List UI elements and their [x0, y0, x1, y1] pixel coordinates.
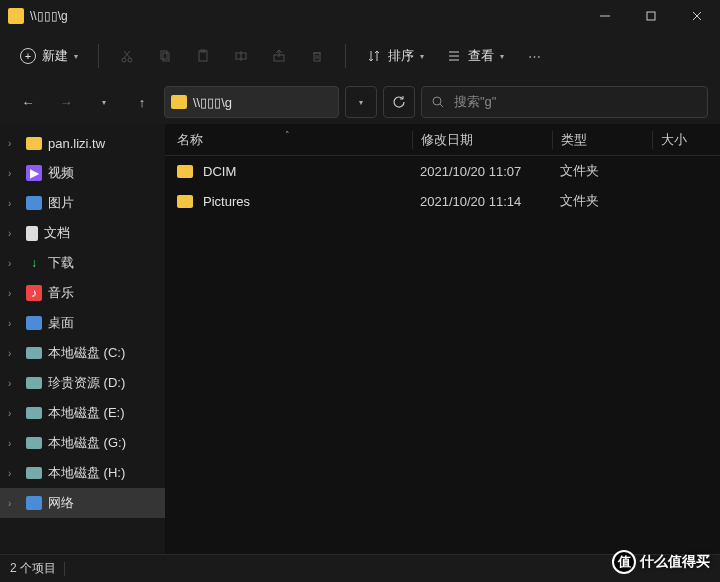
svg-point-25 — [433, 97, 441, 105]
chevron-icon: › — [8, 408, 20, 419]
svg-rect-1 — [647, 12, 655, 20]
recent-button[interactable]: ▾ — [88, 86, 120, 118]
view-button[interactable]: 查看 ▾ — [436, 41, 514, 71]
forward-button[interactable]: → — [50, 86, 82, 118]
back-button[interactable]: ← — [12, 86, 44, 118]
window-controls — [582, 0, 720, 32]
chevron-down-icon: ▾ — [102, 98, 106, 107]
folder-icon — [8, 8, 24, 24]
sidebar-item-label: 下载 — [48, 254, 74, 272]
sidebar-item-videos[interactable]: ›▶视频 — [0, 158, 165, 188]
svg-rect-8 — [161, 51, 167, 59]
file-type: 文件夹 — [552, 162, 652, 180]
file-name: Pictures — [203, 194, 250, 209]
sort-label: 排序 — [388, 47, 414, 65]
sidebar-item-downloads[interactable]: ›↓下载 — [0, 248, 165, 278]
sidebar-item-label: 本地磁盘 (G:) — [48, 434, 126, 452]
watermark-text: 什么值得买 — [640, 553, 710, 571]
chevron-icon: › — [8, 348, 20, 359]
address-bar[interactable]: \\▯▯▯\g — [164, 86, 339, 118]
sidebar-item-label: 视频 — [48, 164, 74, 182]
up-button[interactable]: ↑ — [126, 86, 158, 118]
sidebar-item-disk-h[interactable]: ›本地磁盘 (H:) — [0, 458, 165, 488]
search-icon — [430, 94, 446, 110]
close-button[interactable] — [674, 0, 720, 32]
divider — [98, 44, 99, 68]
video-icon: ▶ — [26, 165, 42, 181]
column-type[interactable]: 类型 — [552, 131, 652, 149]
sort-indicator-icon: ˄ — [285, 130, 290, 140]
titlebar: \\▯▯▯\g — [0, 0, 720, 32]
minimize-button[interactable] — [582, 0, 628, 32]
sidebar-item-disk-e[interactable]: ›本地磁盘 (E:) — [0, 398, 165, 428]
svg-line-26 — [440, 104, 443, 107]
sidebar-item-music[interactable]: ›♪音乐 — [0, 278, 165, 308]
delete-button[interactable] — [299, 38, 335, 74]
folder-icon — [171, 95, 187, 109]
sidebar-item-pan[interactable]: ›pan.lizi.tw — [0, 128, 165, 158]
chevron-icon: › — [8, 228, 20, 239]
chevron-icon: › — [8, 318, 20, 329]
column-name[interactable]: 名称 — [177, 131, 412, 149]
watermark: 值 什么值得买 — [612, 550, 710, 574]
view-label: 查看 — [468, 47, 494, 65]
divider — [64, 562, 65, 576]
sidebar-item-label: 音乐 — [48, 284, 74, 302]
sidebar-item-network[interactable]: ›网络 — [0, 488, 165, 518]
refresh-icon — [391, 94, 407, 110]
search-input[interactable]: 搜索"g" — [421, 86, 708, 118]
file-name: DCIM — [203, 164, 236, 179]
file-date: 2021/10/20 11:14 — [412, 194, 552, 209]
watermark-badge: 值 — [612, 550, 636, 574]
sidebar-item-label: 本地磁盘 (C:) — [48, 344, 125, 362]
file-list: 名称 ˄ 修改日期 类型 大小 DCIM 2021/10/20 11:07 文件… — [165, 124, 720, 554]
sidebar-item-pictures[interactable]: ›图片 — [0, 188, 165, 218]
share-button[interactable] — [261, 38, 297, 74]
paste-button[interactable] — [185, 38, 221, 74]
svg-rect-9 — [163, 53, 169, 61]
list-item[interactable]: Pictures 2021/10/20 11:14 文件夹 — [165, 186, 720, 216]
picture-icon — [26, 195, 42, 211]
new-label: 新建 — [42, 47, 68, 65]
sidebar-item-documents[interactable]: ›文档 — [0, 218, 165, 248]
chevron-down-icon: ▾ — [500, 52, 504, 61]
sidebar-item-desktop[interactable]: ›桌面 — [0, 308, 165, 338]
view-icon — [446, 48, 462, 64]
list-item[interactable]: DCIM 2021/10/20 11:07 文件夹 — [165, 156, 720, 186]
chevron-icon: › — [8, 138, 20, 149]
sidebar-item-disk-d[interactable]: ›珍贵资源 (D:) — [0, 368, 165, 398]
more-button[interactable]: ⋯ — [516, 38, 552, 74]
disk-icon — [26, 345, 42, 361]
chevron-icon: › — [8, 468, 20, 479]
sidebar-item-label: 珍贵资源 (D:) — [48, 374, 125, 392]
chevron-down-icon: ▾ — [359, 98, 363, 107]
disk-icon — [26, 375, 42, 391]
disk-icon — [26, 435, 42, 451]
svg-rect-16 — [314, 53, 320, 61]
sort-button[interactable]: 排序 ▾ — [356, 41, 434, 71]
svg-point-5 — [128, 58, 132, 62]
new-button[interactable]: + 新建 ▾ — [10, 41, 88, 71]
item-count: 2 个项目 — [10, 560, 56, 577]
chevron-icon: › — [8, 438, 20, 449]
download-icon: ↓ — [26, 255, 42, 271]
column-date[interactable]: 修改日期 — [412, 131, 552, 149]
sidebar-item-disk-g[interactable]: ›本地磁盘 (G:) — [0, 428, 165, 458]
maximize-button[interactable] — [628, 0, 674, 32]
chevron-icon: › — [8, 378, 20, 389]
history-button[interactable]: ▾ — [345, 86, 377, 118]
svg-point-4 — [122, 58, 126, 62]
navbar: ← → ▾ ↑ \\▯▯▯\g ▾ 搜索"g" — [0, 80, 720, 124]
address-path: \\▯▯▯\g — [193, 95, 232, 110]
sidebar-item-disk-c[interactable]: ›本地磁盘 (C:) — [0, 338, 165, 368]
column-size[interactable]: 大小 — [652, 131, 720, 149]
rename-button[interactable] — [223, 38, 259, 74]
chevron-icon: › — [8, 168, 20, 179]
disk-icon — [26, 465, 42, 481]
cut-button[interactable] — [109, 38, 145, 74]
copy-button[interactable] — [147, 38, 183, 74]
disk-icon — [26, 405, 42, 421]
refresh-button[interactable] — [383, 86, 415, 118]
file-type: 文件夹 — [552, 192, 652, 210]
sidebar-item-label: 本地磁盘 (E:) — [48, 404, 125, 422]
